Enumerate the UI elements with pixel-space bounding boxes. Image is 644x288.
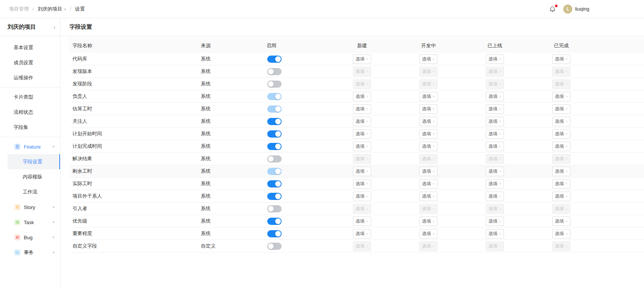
select-online[interactable]: 选填 ∨ (486, 179, 504, 189)
select-online[interactable]: 选填 ∨ (486, 92, 504, 101)
select-done[interactable]: 选填 ∨ (552, 167, 570, 176)
select-online[interactable]: 选填 ∨ (486, 217, 504, 226)
select-new[interactable]: 选填 ∨ (353, 167, 371, 176)
sidebar-item-card-types[interactable]: 卡片类型 (0, 90, 60, 105)
collapse-sidebar-icon[interactable]: ‹ (54, 24, 55, 30)
select-new[interactable]: 选填 ∨ (353, 129, 371, 139)
select-done[interactable]: 选填 ∨ (552, 79, 570, 89)
select-new[interactable]: 选填 ∨ (353, 229, 371, 238)
enable-toggle[interactable] (267, 218, 282, 225)
select-online[interactable]: 选填 ∨ (486, 242, 504, 251)
enable-toggle[interactable] (267, 93, 282, 100)
select-developing[interactable]: 选填 ∨ (419, 54, 438, 64)
select-done[interactable]: 选填 ∨ (552, 117, 570, 126)
enable-toggle[interactable] (267, 168, 282, 175)
select-online[interactable]: 选填 ∨ (486, 229, 504, 238)
select-developing[interactable]: 选填 ∨ (419, 242, 438, 251)
sidebar-item-member-settings[interactable]: 成员设置 (0, 55, 60, 70)
select-online[interactable]: 选填 ∨ (486, 192, 504, 201)
enable-toggle[interactable] (267, 68, 282, 75)
enable-toggle[interactable] (267, 193, 282, 200)
select-new[interactable]: 选填 ∨ (353, 67, 371, 76)
sidebar-item-ops-actions[interactable]: 运维操作 (0, 70, 60, 85)
enable-toggle[interactable] (267, 105, 282, 113)
select-online[interactable]: 选填 ∨ (486, 67, 504, 76)
select-done[interactable]: 选填 ∨ (552, 67, 570, 76)
select-new[interactable]: 选填 ∨ (353, 92, 371, 101)
enable-toggle[interactable] (267, 56, 282, 63)
select-done[interactable]: 选填 ∨ (552, 92, 570, 101)
select-done[interactable]: 选填 ∨ (552, 154, 570, 164)
select-online[interactable]: 选填 ∨ (486, 104, 504, 114)
select-developing[interactable]: 选填 ∨ (419, 142, 438, 151)
select-new[interactable]: 选填 ∨ (353, 54, 371, 64)
select-done[interactable]: 选填 ∨ (552, 229, 570, 238)
sidebar-item-field-settings[interactable]: 字段设置 (8, 154, 60, 169)
select-developing[interactable]: 选填 ∨ (419, 204, 438, 214)
select-value: 选填 (488, 131, 498, 137)
select-online[interactable]: 选填 ∨ (486, 54, 504, 64)
select-done[interactable]: 选填 ∨ (552, 54, 570, 64)
select-developing[interactable]: 选填 ∨ (419, 117, 438, 126)
select-developing[interactable]: 选填 ∨ (419, 167, 438, 176)
select-developing[interactable]: 选填 ∨ (419, 129, 438, 139)
select-developing[interactable]: 选填 ∨ (419, 92, 438, 101)
select-new[interactable]: 选填 ∨ (353, 242, 371, 251)
select-developing[interactable]: 选填 ∨ (419, 229, 438, 238)
select-online[interactable]: 选填 ∨ (486, 204, 504, 214)
select-new[interactable]: 选填 ∨ (353, 142, 371, 151)
select-new[interactable]: 选填 ∨ (353, 179, 371, 189)
select-online[interactable]: 选填 ∨ (486, 142, 504, 151)
enable-toggle[interactable] (267, 118, 282, 125)
select-done[interactable]: 选填 ∨ (552, 179, 570, 189)
breadcrumb-project-selector[interactable]: 刘庆的项目 ∨ (38, 6, 66, 12)
select-new[interactable]: 选填 ∨ (353, 117, 371, 126)
select-online[interactable]: 选填 ∨ (486, 154, 504, 164)
select-new[interactable]: 选填 ∨ (353, 204, 371, 214)
enable-toggle[interactable] (267, 180, 282, 187)
select-online[interactable]: 选填 ∨ (486, 79, 504, 89)
sidebar-group-story[interactable]: Story ∨ (0, 200, 60, 215)
user-menu[interactable]: L liuqing (563, 5, 589, 14)
breadcrumb-project-management[interactable]: 项目管理 (9, 6, 29, 12)
sidebar-item-content-template[interactable]: 内容模版 (0, 169, 60, 184)
select-done[interactable]: 选填 ∨ (552, 104, 570, 114)
select-developing[interactable]: 选填 ∨ (419, 154, 438, 164)
sidebar-item-flow-status[interactable]: 流程状态 (0, 105, 60, 120)
sidebar-item-field-set[interactable]: 字段集 (0, 120, 60, 135)
sidebar-group-bug[interactable]: Bug ∨ (0, 230, 60, 245)
select-developing[interactable]: 选填 ∨ (419, 192, 438, 201)
enable-toggle[interactable] (267, 243, 282, 250)
enable-toggle[interactable] (267, 81, 282, 88)
select-new[interactable]: 选填 ∨ (353, 217, 371, 226)
select-done[interactable]: 选填 ∨ (552, 129, 570, 139)
select-developing[interactable]: 选填 ∨ (419, 217, 438, 226)
enable-toggle[interactable] (267, 130, 282, 138)
select-new[interactable]: 选填 ∨ (353, 154, 371, 164)
select-online[interactable]: 选填 ∨ (486, 167, 504, 176)
select-online[interactable]: 选填 ∨ (486, 129, 504, 139)
select-done[interactable]: 选填 ∨ (552, 204, 570, 214)
enable-toggle[interactable] (267, 205, 282, 212)
sidebar-group-task[interactable]: Task ∨ (0, 215, 60, 230)
select-developing[interactable]: 选填 ∨ (419, 179, 438, 189)
select-done[interactable]: 选填 ∨ (552, 217, 570, 226)
enable-toggle[interactable] (267, 155, 282, 163)
select-developing[interactable]: 选填 ∨ (419, 104, 438, 114)
select-new[interactable]: 选填 ∨ (353, 192, 371, 201)
select-done[interactable]: 选填 ∨ (552, 142, 570, 151)
select-developing[interactable]: 选填 ∨ (419, 67, 438, 76)
sidebar-item-workflow[interactable]: 工作流 (0, 184, 60, 200)
select-done[interactable]: 选填 ∨ (552, 192, 570, 201)
sidebar-group-feature[interactable]: Feature ∧ (0, 139, 60, 154)
select-new[interactable]: 选填 ∨ (353, 79, 371, 89)
sidebar-group-issue[interactable]: 事务 ∨ (0, 245, 60, 260)
select-done[interactable]: 选填 ∨ (552, 242, 570, 251)
sidebar-item-basic-settings[interactable]: 基本设置 (0, 40, 60, 55)
notification-button[interactable] (549, 5, 556, 13)
select-online[interactable]: 选填 ∨ (486, 117, 504, 126)
enable-toggle[interactable] (267, 230, 282, 237)
select-developing[interactable]: 选填 ∨ (419, 79, 438, 89)
enable-toggle[interactable] (267, 143, 282, 150)
select-new[interactable]: 选填 ∨ (353, 104, 371, 114)
